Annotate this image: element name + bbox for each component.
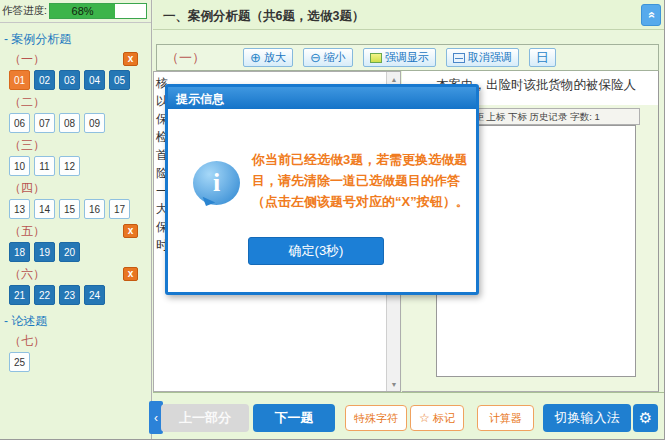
unhighlight-button[interactable]: 取消强调: [446, 48, 519, 67]
question-number-row: 21222324: [9, 285, 151, 305]
clear-group-button[interactable]: x: [123, 224, 138, 238]
question-button[interactable]: 20: [59, 242, 80, 262]
unhighlight-icon: [453, 53, 465, 63]
clear-group-button[interactable]: x: [123, 52, 138, 66]
info-icon: i: [193, 161, 240, 205]
zoom-in-icon: ⊕: [250, 51, 261, 64]
clear-group-button[interactable]: x: [123, 267, 138, 281]
progress-bar: 68%: [49, 3, 147, 19]
question-group-row: （三）: [9, 137, 138, 153]
collapse-indicator-icon: -: [4, 314, 8, 328]
question-group-row: （二）: [9, 94, 138, 110]
question-group-row: （四）: [9, 180, 138, 196]
question-button[interactable]: 12: [59, 156, 80, 176]
question-button[interactable]: 13: [9, 199, 30, 219]
zoom-in-button[interactable]: ⊕ 放大: [243, 48, 293, 67]
zoom-in-label: 放大: [264, 50, 286, 65]
switch-input-method-button[interactable]: 切换输入法: [543, 404, 631, 432]
question-group-row: （七）: [9, 333, 138, 349]
highlight-button[interactable]: 强调显示: [363, 48, 436, 67]
highlight-icon: [370, 53, 382, 63]
question-button[interactable]: 11: [34, 156, 55, 176]
question-button[interactable]: 07: [34, 113, 55, 133]
mark-button[interactable]: ☆ 标记: [410, 405, 464, 431]
calculator-button[interactable]: 计算器: [477, 405, 534, 431]
page-title: 一、案例分析题（共6题，选做3题）: [163, 8, 364, 25]
zoom-out-label: 缩小: [324, 50, 346, 65]
question-number-row: 25: [9, 352, 151, 372]
exam-window: 作答进度: 68% - 案例分析题 （一）x0102030405（二）06070…: [0, 0, 665, 440]
question-button[interactable]: 04: [84, 70, 105, 90]
mark-label: 标记: [433, 411, 455, 426]
next-question-button[interactable]: 下一题: [253, 404, 335, 432]
dialog-title: 提示信息: [168, 87, 476, 109]
question-button[interactable]: 02: [34, 70, 55, 90]
gear-icon: ⚙: [639, 409, 652, 427]
question-button[interactable]: 24: [84, 285, 105, 305]
dialog-body: i 你当前已经选做3题，若需更换选做题目，请先清除一道已选做题目的作答（点击左侧…: [168, 109, 476, 292]
double-chevron-up-icon: »: [644, 12, 658, 19]
question-button[interactable]: 01: [9, 70, 30, 90]
panel-layout-button[interactable]: 日: [529, 48, 556, 67]
sidebar-section-essay-title[interactable]: - 论述题: [4, 313, 151, 330]
question-button[interactable]: 10: [9, 156, 30, 176]
chevron-left-icon: ‹: [154, 411, 158, 425]
dialog-message: 你当前已经选做3题，若需更换选做题目，请先清除一道已选做题目的作答（点击左侧该题…: [252, 149, 470, 212]
question-group-row: （五）x: [9, 223, 138, 239]
question-number-row: 101112: [9, 156, 151, 176]
case-question-groups: （一）x0102030405（二）06070809（三）101112（四）131…: [0, 51, 151, 305]
question-button[interactable]: 05: [109, 70, 130, 90]
question-button[interactable]: 17: [109, 199, 130, 219]
question-group-row: （六）x: [9, 266, 138, 282]
question-button[interactable]: 25: [9, 352, 30, 372]
sidebar: 作答进度: 68% - 案例分析题 （一）x0102030405（二）06070…: [0, 0, 152, 440]
sidebar-section-case-title[interactable]: - 案例分析题: [4, 31, 151, 48]
special-chars-button[interactable]: 特殊字符: [345, 405, 407, 431]
current-group-label: （一）: [166, 49, 205, 67]
question-number-row: 181920: [9, 242, 151, 262]
unhighlight-label: 取消强调: [468, 50, 512, 65]
question-button[interactable]: 22: [34, 285, 55, 305]
question-button[interactable]: 21: [9, 285, 30, 305]
zoom-out-icon: ⊖: [310, 51, 321, 64]
question-button[interactable]: 15: [59, 199, 80, 219]
settings-button[interactable]: ⚙: [633, 404, 658, 432]
star-icon: ☆: [419, 411, 430, 425]
progress-row: 作答进度: 68%: [0, 0, 151, 23]
group-label: （四）: [9, 180, 45, 197]
progress-fill: 68%: [50, 4, 115, 18]
group-label: （六）: [9, 266, 45, 283]
question-button[interactable]: 09: [84, 113, 105, 133]
group-label: （七）: [9, 333, 45, 350]
collapse-indicator-icon: -: [4, 32, 8, 46]
essay-question-groups: （七）25: [0, 333, 151, 372]
group-label: （一）: [9, 51, 45, 68]
section-title-label: 论述题: [11, 314, 47, 328]
scroll-down-icon[interactable]: ▼: [387, 377, 401, 391]
question-button[interactable]: 16: [84, 199, 105, 219]
alert-dialog: 提示信息 i 你当前已经选做3题，若需更换选做题目，请先清除一道已选做题目的作答…: [165, 84, 479, 295]
question-toolbar: （一） ⊕ 放大 ⊖ 缩小 强调显示 取消强调 日: [156, 44, 659, 71]
zoom-out-button[interactable]: ⊖ 缩小: [303, 48, 353, 67]
panel-layout-icon: 日: [536, 51, 549, 64]
question-number-row: 06070809: [9, 113, 151, 133]
collapse-header-button[interactable]: »: [641, 4, 661, 26]
main-header: 一、案例分析题（共6题，选做3题） »: [153, 0, 665, 30]
prev-section-button[interactable]: 上一部分: [161, 404, 249, 432]
group-label: （五）: [9, 223, 45, 240]
question-button[interactable]: 18: [9, 242, 30, 262]
question-button[interactable]: 19: [34, 242, 55, 262]
question-number-row: 0102030405: [9, 70, 151, 90]
question-number-row: 1314151617: [9, 199, 151, 219]
highlight-label: 强调显示: [385, 50, 429, 65]
question-button[interactable]: 14: [34, 199, 55, 219]
confirm-button[interactable]: 确定(3秒): [248, 237, 384, 265]
progress-label: 作答进度:: [2, 4, 47, 18]
question-button[interactable]: 06: [9, 113, 30, 133]
group-label: （三）: [9, 137, 45, 154]
question-button[interactable]: 23: [59, 285, 80, 305]
section-title-label: 案例分析题: [11, 32, 71, 46]
question-button[interactable]: 03: [59, 70, 80, 90]
question-button[interactable]: 08: [59, 113, 80, 133]
question-group-row: （一）x: [9, 51, 138, 67]
